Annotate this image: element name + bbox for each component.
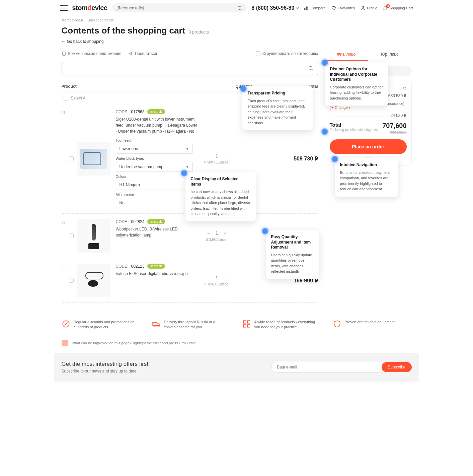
shipping-value: 24 020 ₽ <box>390 113 406 118</box>
item-title[interactable]: Siger U200-dental unit with lower instru… <box>116 116 199 134</box>
truck-icon <box>152 320 161 328</box>
qty-value: 1 <box>216 153 218 158</box>
search-input[interactable] <box>117 5 234 10</box>
svg-rect-6 <box>62 52 65 56</box>
svg-rect-3 <box>306 7 307 10</box>
group-checkbox[interactable] <box>256 51 260 56</box>
option-select[interactable]: H1-Niagara▼ <box>116 180 193 190</box>
option-select[interactable]: No▼ <box>116 198 193 208</box>
qty-plus-button[interactable]: + <box>223 275 227 280</box>
item-checkbox[interactable] <box>69 233 74 238</box>
heart-icon <box>331 5 336 11</box>
discount-icon <box>62 320 70 328</box>
phone-number[interactable]: 8 (800) 350-96-80 <box>251 5 299 11</box>
boxes-icon <box>242 320 251 328</box>
code-label: CODE: <box>116 110 129 114</box>
compare-icon <box>304 5 309 11</box>
item-title[interactable]: Woodpecker LED. B-Wireless LED polymeriz… <box>116 226 199 238</box>
total-sublabel: Excluding possible shipping costs <box>330 128 380 132</box>
item-image <box>77 142 110 176</box>
svg-point-12 <box>158 325 159 327</box>
profile-link[interactable]: Profile <box>360 5 377 11</box>
svg-rect-4 <box>307 7 308 10</box>
item-number: 01 <box>62 109 69 208</box>
code-value: 002824 <box>131 219 145 224</box>
improve-text: What can be improved on this page?Highli… <box>72 341 196 345</box>
callout-qty: Easy Quantity Adjustment and Item Remova… <box>266 230 319 279</box>
feature-item: Delivery throughout Russia at a convenie… <box>152 320 229 330</box>
svg-line-1 <box>241 9 242 10</box>
chevron-down-icon <box>296 6 299 10</box>
item-image <box>77 264 110 297</box>
shield-icon <box>333 320 341 328</box>
qty-minus-button[interactable]: − <box>206 153 211 158</box>
newsletter-title: Get the most interesting offers first! <box>62 361 150 367</box>
option-label: Water block type: <box>116 156 199 160</box>
select-all-checkbox[interactable] <box>64 96 68 100</box>
feature-item: Proven and reliable equipment <box>333 320 410 330</box>
price-per-unit: ₽ 509 730/piece. <box>204 160 229 164</box>
item-title[interactable]: Vatech EzSensor-digital radio visiograph <box>116 271 199 277</box>
option-select[interactable]: Lower one▼ <box>116 144 193 154</box>
place-order-button[interactable]: Place an order <box>330 139 407 154</box>
svg-point-5 <box>362 6 364 8</box>
code-value: 002123 <box>131 264 145 269</box>
subscribe-button[interactable]: Subscribe <box>382 362 411 372</box>
option-label: Tool feed: <box>116 138 199 142</box>
compare-link[interactable]: Compare <box>304 5 325 11</box>
feature-item: A wide range of products - everything yo… <box>242 320 319 330</box>
qty-plus-button[interactable]: + <box>223 230 227 236</box>
total-value: 707,600 <box>382 122 406 130</box>
group-by-category[interactable]: Сгруппировать по категориям <box>256 51 318 56</box>
search-icon[interactable] <box>308 66 314 72</box>
svg-rect-2 <box>305 8 305 10</box>
amount-value: 683 580 ₽ <box>388 93 407 98</box>
svg-line-8 <box>312 69 313 70</box>
item-number: 02 <box>62 219 69 253</box>
newsletter-email-input[interactable] <box>271 362 385 372</box>
change-shipping-link[interactable]: ✈ Change <box>331 106 348 110</box>
code-label: CODE: <box>116 219 129 224</box>
svg-rect-13 <box>243 321 246 323</box>
cart-link[interactable]: 3 Shopping Cart <box>383 5 413 11</box>
callout-pricing: Transparent Pricing Each product's cost,… <box>242 86 313 130</box>
back-link[interactable]: ← Go back to shopping <box>54 39 419 49</box>
favourites-link[interactable]: Favourites <box>331 5 355 11</box>
total-old-value: 683 580 ₽ <box>382 130 406 135</box>
svg-rect-14 <box>247 321 250 323</box>
commercial-offer-link[interactable]: Коммерческое предложение <box>62 51 122 56</box>
item-number: 03 <box>62 264 69 297</box>
breadcrumb: stomdevice.ru · Basket contents <box>54 16 419 24</box>
tab-corporate[interactable]: Юр. лицо <box>368 49 412 61</box>
logo[interactable]: stomdevice <box>72 4 107 12</box>
price-per-unit: ₽ 3,950/piece. <box>206 238 227 242</box>
svg-rect-16 <box>247 325 250 327</box>
item-image <box>77 219 110 253</box>
svg-point-0 <box>238 6 241 9</box>
callout-customer-type: Distinct Options for Individual and Corp… <box>325 62 388 106</box>
hamburger-icon[interactable] <box>60 5 68 11</box>
stock-badge: in stock <box>147 264 165 269</box>
cart-filter-input[interactable] <box>62 62 318 75</box>
item-checkbox[interactable] <box>69 278 74 283</box>
col-product: Product <box>62 84 236 89</box>
qty-plus-button[interactable]: + <box>223 153 227 158</box>
header-links: Compare Favourites Profile 3 Shopping Ca… <box>304 5 413 11</box>
callout-navigation: Intuitive Navigation Buttons for checkou… <box>335 158 398 197</box>
item-checkbox[interactable] <box>69 156 74 161</box>
stock-badge: in stock <box>147 219 165 224</box>
search-icon[interactable] <box>237 6 243 12</box>
summary-sidebar: Физ. лицо Юр. лицо та Amount 683 580 ₽ B… <box>325 49 412 303</box>
tab-individual[interactable]: Физ. лицо <box>325 49 368 61</box>
feature-item: Regular discounts and promotions on hund… <box>62 320 139 330</box>
select-all-label: Select All <box>71 96 87 100</box>
qty-value: 1 <box>216 275 218 280</box>
svg-point-11 <box>154 325 155 327</box>
qty-minus-button[interactable]: − <box>206 230 211 236</box>
header-search[interactable] <box>112 3 247 12</box>
share-link[interactable]: Поделиться <box>128 51 157 56</box>
svg-rect-10 <box>153 323 157 326</box>
qty-minus-button[interactable]: − <box>206 275 211 280</box>
code-value: 017568 <box>131 110 145 114</box>
option-select[interactable]: Under the vacuum pump▼ <box>116 162 193 172</box>
